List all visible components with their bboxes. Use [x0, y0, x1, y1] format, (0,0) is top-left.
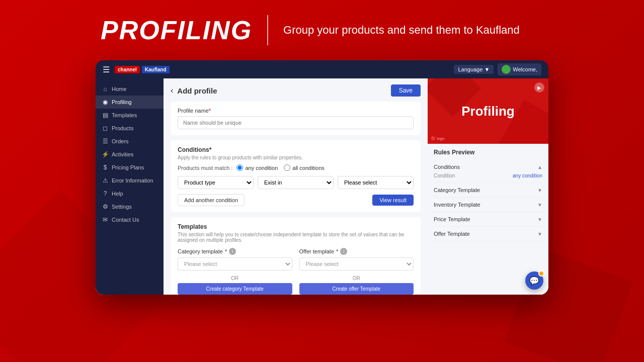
accordion-conditions-label: Conditions [434, 164, 460, 170]
templates-desc: This section will help you to create/cho… [178, 232, 414, 243]
profiling-icon: ◉ [102, 99, 109, 106]
save-button[interactable]: Save [391, 84, 421, 97]
right-panel: Profiling ▶ 🔴 logo Rules Preview Conditi… [428, 78, 548, 295]
rules-section: Rules Preview Conditions ▲ Condition any… [428, 144, 548, 246]
sidebar-item-label: Activities [112, 151, 133, 157]
sidebar-item-label: Error Information [112, 177, 153, 184]
language-button[interactable]: Language ▼ [454, 65, 494, 74]
dropdowns-row: Product type Exist in Please select [178, 176, 414, 189]
rules-preview-title: Rules Preview [434, 149, 542, 156]
play-button[interactable]: ▶ [534, 82, 544, 93]
sidebar-item-error[interactable]: ⚠ Error Information [96, 174, 164, 187]
offer-template-select[interactable]: Please select [299, 257, 414, 270]
sidebar-item-profiling[interactable]: ◉ Profiling [96, 96, 164, 109]
templates-section: Templates This section will help you to … [171, 217, 421, 295]
offer-info-icon[interactable]: i [340, 248, 347, 255]
avatar [502, 65, 511, 74]
topbar-left: ☰ channel Kaufland [103, 65, 170, 74]
condition-key: Condition [434, 173, 455, 178]
sidebar-item-pricing[interactable]: $ Pricing Plans [96, 161, 164, 174]
sidebar-item-contact[interactable]: ✉ Contact Us [96, 213, 164, 226]
topbar-logo: channel Kaufland [115, 66, 170, 73]
conditions-desc: Apply the rules to group products with s… [178, 155, 414, 160]
accordion-inventory-header[interactable]: Inventory Template ▼ [434, 202, 542, 208]
accordion-conditions-content: Condition any condition [434, 170, 542, 178]
page-title: Add profile [177, 86, 217, 95]
sidebar-item-label: Settings [112, 204, 132, 210]
any-condition-label: any condition [245, 165, 278, 171]
create-category-template-button[interactable]: Create category Template [178, 283, 292, 295]
sidebar-item-label: Home [112, 86, 126, 92]
any-condition-radio[interactable]: any condition [236, 164, 278, 171]
actions-row: Add another condition View result [178, 194, 414, 206]
header-divider [267, 15, 268, 45]
sidebar-item-products[interactable]: ◻ Products [96, 122, 164, 135]
sidebar: ⌂ Home ◉ Profiling ▤ Templates ◻ Product… [96, 78, 164, 295]
category-template-col: Category template * i Please select OR C… [178, 248, 292, 295]
condition-operator-dropdown[interactable]: Exist in [258, 176, 334, 189]
offer-template-label: Offer template * i [299, 248, 414, 255]
page-header-left: ‹ Add profile [171, 86, 217, 95]
sidebar-item-orders[interactable]: ☰ Orders [96, 135, 164, 148]
header-subtitle: Group your products and send them to Kau… [283, 24, 520, 37]
all-conditions-label: all conditions [292, 165, 325, 171]
welcome-button[interactable]: Welcome, [498, 63, 541, 75]
conditions-section: Conditions* Apply the rules to group pro… [171, 140, 421, 212]
profile-name-section: Profile name* [171, 102, 421, 135]
orders-icon: ☰ [102, 138, 109, 145]
or-divider-1: OR [178, 276, 292, 281]
category-template-select[interactable]: Please select [178, 257, 292, 270]
radio-group: any condition all conditions [236, 164, 324, 171]
topbar: ☰ channel Kaufland Language ▼ Welcome, [96, 60, 548, 78]
chat-notification [538, 270, 544, 277]
profile-name-input[interactable] [178, 116, 414, 129]
chat-bubble[interactable]: 💬 [525, 272, 543, 290]
category-info-icon[interactable]: i [229, 248, 236, 255]
sidebar-item-settings[interactable]: ⚙ Settings [96, 200, 164, 213]
chevron-up-icon: ▲ [537, 164, 542, 170]
accordion-conditions-header[interactable]: Conditions ▲ [434, 164, 542, 170]
topbar-right: Language ▼ Welcome, [454, 63, 541, 75]
main-panel: ‹ Add profile Save Profile name* Conditi… [164, 78, 428, 295]
products-icon: ◻ [102, 125, 109, 132]
condition-type-dropdown[interactable]: Product type [178, 176, 254, 189]
sidebar-item-home[interactable]: ⌂ Home [96, 82, 164, 96]
back-button[interactable]: ‹ [171, 86, 173, 95]
sidebar-item-activities[interactable]: ⚡ Activities [96, 148, 164, 161]
category-template-label: Category template * i [178, 248, 292, 255]
tablet-mockup: ☰ channel Kaufland Language ▼ Welcome, ⌂… [96, 60, 548, 295]
view-result-button[interactable]: View result [372, 195, 414, 206]
sidebar-item-templates[interactable]: ▤ Templates [96, 109, 164, 122]
chevron-down-icon: ▼ [537, 231, 542, 237]
pricing-icon: $ [102, 164, 109, 171]
content-area: ⌂ Home ◉ Profiling ▤ Templates ◻ Product… [96, 78, 548, 295]
condition-value-dropdown[interactable]: Please select [338, 176, 414, 189]
accordion-price-template: Price Template ▼ [434, 212, 542, 227]
all-conditions-radio[interactable]: all conditions [284, 164, 325, 171]
sidebar-item-label: Help [112, 191, 123, 197]
sidebar-item-label: Pricing Plans [112, 164, 144, 170]
error-icon: ⚠ [102, 177, 109, 184]
video-logo: 🔴 logo [431, 136, 444, 141]
add-condition-button[interactable]: Add another condition [178, 194, 245, 206]
header-title: PROFILING [101, 15, 252, 45]
sidebar-item-label: Templates [112, 112, 137, 118]
logo-blue: Kaufland [142, 66, 170, 73]
accordion-inventory-label: Inventory Template [434, 202, 480, 208]
accordion-category-header[interactable]: Category Template ▼ [434, 187, 542, 193]
sidebar-item-label: Profiling [112, 99, 132, 105]
products-match-label: Products must match : [178, 165, 232, 171]
welcome-label: Welcome, [513, 66, 537, 72]
accordion-price-label: Price Template [434, 216, 470, 222]
accordion-price-header[interactable]: Price Template ▼ [434, 216, 542, 222]
accordion-offer-header[interactable]: Offer Template ▼ [434, 231, 542, 237]
home-icon: ⌂ [102, 85, 109, 93]
hamburger-icon[interactable]: ☰ [103, 65, 110, 74]
sidebar-item-label: Contact Us [112, 217, 139, 223]
sidebar-item-help[interactable]: ? Help [96, 187, 164, 200]
accordion-conditions: Conditions ▲ Condition any condition [434, 160, 542, 183]
settings-icon: ⚙ [102, 203, 109, 210]
page-header: ‹ Add profile Save [171, 84, 421, 97]
create-offer-template-button[interactable]: Create offer Template [299, 283, 414, 295]
accordion-category-label: Category Template [434, 187, 480, 193]
